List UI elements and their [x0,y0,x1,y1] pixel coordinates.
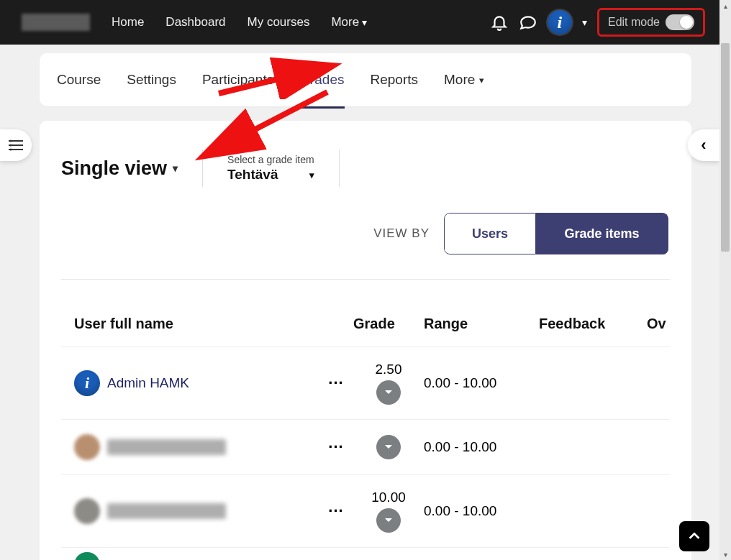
edit-mode-outline: Edit mode [597,8,705,37]
chevron-down-icon: ▾ [173,162,178,174]
user-avatar[interactable]: i [548,10,572,35]
table-row: ··· 0.00 - 10.00 [61,419,670,474]
nav-more[interactable]: More▾ [331,15,367,29]
avatar[interactable] [74,434,100,460]
viewby-gradeitems-button[interactable]: Grade items [536,213,668,254]
grade-dropdown[interactable] [376,435,401,459]
row-actions[interactable]: ··· [319,438,353,456]
tab-more[interactable]: More▾ [444,72,484,88]
user-link[interactable]: Admin HAMK [107,375,189,391]
col-user[interactable]: User full name [74,316,319,332]
avatar[interactable] [74,552,100,560]
site-logo[interactable] [22,14,90,31]
viewby-label: VIEW BY [373,226,430,241]
viewby-users-button[interactable]: Users [444,213,536,254]
edit-mode-label: Edit mode [608,16,660,29]
svg-point-3 [10,140,12,142]
grade-cell: 2.50 [353,362,424,405]
top-navbar: Home Dashboard My courses More▾ i ▾ Edit… [0,0,719,45]
chevron-down-icon: ▾ [362,17,367,28]
range-cell: 0.00 - 10.00 [424,375,539,391]
grade-cell [353,435,424,459]
divider [202,150,203,187]
chevron-down-icon[interactable]: ▾ [309,170,314,180]
scrollbar-up-icon[interactable]: ▴ [719,0,731,12]
divider [339,150,340,187]
col-feedback: Feedback [539,316,647,332]
grade-cell: 10.00 [353,490,424,533]
row-actions[interactable]: ··· [319,374,353,393]
viewby-segment: Users Grade items [444,213,668,254]
user-link[interactable] [107,439,226,455]
viewby-row: VIEW BY Users Grade items [61,213,670,254]
tab-course[interactable]: Course [57,72,101,88]
table-row: i Admin HAMK ··· 2.50 0.00 - 10.00 [61,346,670,419]
tab-settings[interactable]: Settings [127,72,176,88]
grade-item-label: Select a grade item [227,154,314,165]
nav-mycourses[interactable]: My courses [248,15,310,29]
view-selector[interactable]: Single view ▾ [61,157,178,180]
range-cell: 0.00 - 10.00 [424,439,539,455]
chevron-down-icon: ▾ [479,75,484,86]
selector-row: Single view ▾ Select a grade item Tehtäv… [61,150,670,187]
tab-grades[interactable]: Grades [299,72,344,109]
avatar[interactable] [74,498,100,524]
col-grade: Grade [353,316,424,332]
grade-item-selector[interactable]: Select a grade item Tehtävä▾ [227,154,314,183]
course-tabs: Course Settings Participants Grades Repo… [40,53,691,106]
table-header: User full name Grade Range Feedback Ov [61,301,670,346]
table-row: ··· 10.00 0.00 - 10.00 [61,474,670,547]
nav-dashboard[interactable]: Dashboard [165,15,225,29]
scrollbar-down-icon[interactable]: ▾ [719,548,731,560]
top-icons: i ▾ Edit mode [490,8,705,37]
scroll-to-top-button[interactable] [679,521,709,551]
user-cell: i Admin HAMK [74,370,319,396]
nav-home[interactable]: Home [112,15,144,29]
svg-point-5 [10,149,12,151]
user-menu-chevron-icon[interactable]: ▾ [582,17,587,28]
grades-table: User full name Grade Range Feedback Ov i… [61,301,670,560]
edit-mode-toggle[interactable] [666,14,694,30]
user-cell [74,498,319,524]
range-cell: 0.00 - 10.00 [424,503,539,519]
content-card: Single view ▾ Select a grade item Tehtäv… [40,121,691,560]
col-range: Range [424,316,539,332]
table-row [61,547,670,560]
user-cell [74,434,319,460]
scrollbar-thumb[interactable] [721,43,730,252]
speech-icon[interactable] [519,13,537,32]
col-override: Ov [647,316,670,332]
grade-dropdown[interactable] [376,380,401,405]
top-nav: Home Dashboard My courses More▾ [112,15,367,29]
divider [61,279,670,280]
tab-participants[interactable]: Participants [202,72,273,88]
window-scrollbar[interactable]: ▴ ▾ [719,0,731,560]
user-link[interactable] [107,503,226,519]
drawer-toggle-right[interactable]: ‹ [688,129,719,161]
row-actions[interactable]: ··· [319,502,353,520]
tab-reports[interactable]: Reports [371,72,419,88]
avatar[interactable]: i [74,370,100,396]
bell-icon[interactable] [490,13,509,32]
grade-dropdown[interactable] [376,508,401,533]
drawer-toggle-left[interactable] [0,129,32,161]
svg-point-4 [10,144,12,147]
